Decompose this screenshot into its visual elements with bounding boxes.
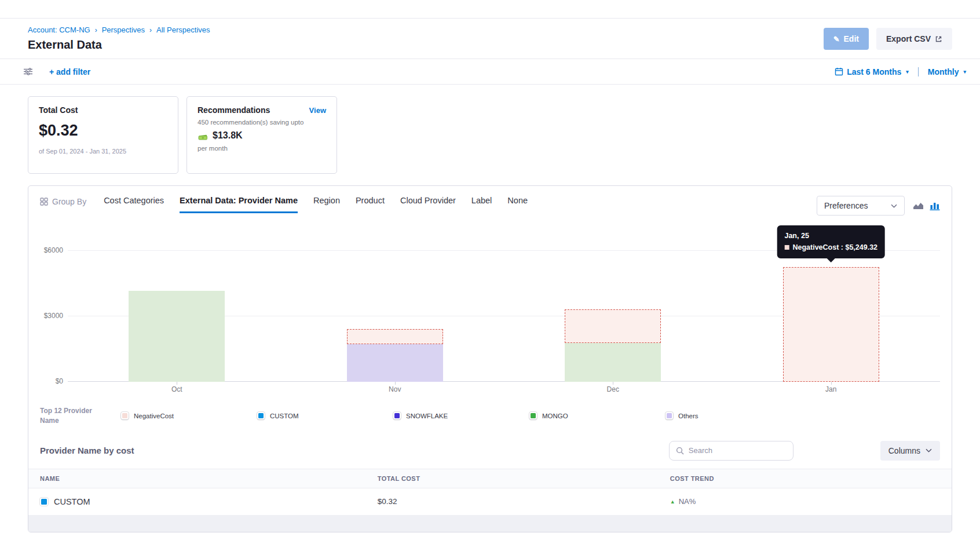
tooltip-marker (784, 245, 789, 250)
column-header-cost-trend[interactable]: COST TREND (670, 475, 940, 482)
chart-category-slot-oct (68, 231, 286, 382)
legend-item-label: NegativeCost (134, 412, 174, 419)
grid-icon (40, 198, 48, 206)
chevron-down-icon (926, 448, 932, 452)
trend-value: NA% (679, 497, 696, 506)
table-body: CUSTOM $0.32 ▲ NA% (28, 488, 952, 516)
bar-segment-negativecost[interactable] (783, 267, 879, 382)
legend-swatch (529, 412, 537, 419)
cost-trend-cell: ▲ NA% (670, 497, 940, 506)
bar-segment-others[interactable] (347, 344, 443, 382)
provider-color-swatch (40, 498, 48, 506)
legend-item-snowflake[interactable]: SNOWFLAKE (393, 412, 529, 419)
group-by-tab-label[interactable]: Label (471, 196, 492, 213)
breadcrumb-link-perspectives[interactable]: Perspectives (102, 25, 145, 34)
area-chart-icon[interactable] (913, 202, 924, 210)
legend-item-others[interactable]: Others (665, 412, 802, 419)
time-controls: Last 6 Months ▾ Monthly ▾ (835, 67, 966, 76)
chevron-down-icon: ▾ (906, 69, 909, 75)
view-recommendations-link[interactable]: View (309, 106, 326, 115)
tooltip-label: NegativeCost : $5,249.32 (792, 243, 877, 251)
top-divider (0, 0, 980, 19)
x-axis-tick-label: Nov (286, 385, 504, 393)
total-cost-period: of Sep 01, 2024 - Jan 31, 2025 (39, 148, 167, 155)
pencil-icon: ✎ (833, 35, 840, 43)
legend-swatch (257, 412, 265, 419)
legend-item-mongo[interactable]: MONGO (529, 412, 665, 419)
chart-legend: Top 12 Provider Name NegativeCost CUSTOM… (28, 397, 952, 434)
bar-segment-negativecost[interactable] (565, 309, 661, 343)
chevron-down-icon (891, 204, 897, 208)
column-header-name[interactable]: NAME (40, 475, 378, 482)
table-title: Provider Name by cost (40, 446, 134, 455)
group-by-tab-none[interactable]: None (507, 196, 528, 213)
preferences-dropdown[interactable]: Preferences (817, 196, 905, 216)
chart-controls: Preferences (817, 196, 940, 216)
provider-name: CUSTOM (54, 497, 90, 506)
chart-category-slot-nov (286, 231, 504, 382)
add-filter-button[interactable]: + add filter (49, 67, 90, 76)
recommendations-line2: per month (198, 145, 326, 152)
table-footer-strip (28, 516, 952, 532)
granularity-dropdown[interactable]: Monthly ▾ (928, 67, 966, 76)
y-axis-tick-label: $0 (38, 377, 63, 385)
breadcrumb-link-all-perspectives[interactable]: All Perspectives (156, 25, 210, 34)
group-by-tabs: Cost CategoriesExternal Data: Provider N… (104, 196, 528, 213)
tooltip-title: Jan, 25 (784, 231, 877, 242)
columns-button-label: Columns (888, 446, 920, 455)
legend-item-negativecost[interactable]: NegativeCost (121, 412, 257, 419)
breadcrumb-link-account-ccm-ng[interactable]: Account: CCM-NG (28, 25, 90, 34)
legend-item-label: MONGO (542, 412, 568, 419)
legend-item-label: SNOWFLAKE (406, 412, 448, 419)
group-by-tab-region[interactable]: Region (313, 196, 340, 213)
total-cost-label: Total Cost (39, 105, 167, 115)
page-header: Account: CCM-NG›Perspectives›All Perspec… (0, 19, 980, 59)
chart-category-slot-jan: Jan, 25 NegativeCost : $5,249.32 (722, 231, 941, 382)
stacked-bar (565, 309, 661, 382)
chart-category-slot-dec (504, 231, 722, 382)
y-axis-tick-label: $3000 (38, 312, 63, 320)
legend-item-custom[interactable]: CUSTOM (257, 412, 393, 419)
export-csv-button[interactable]: Export CSV (876, 28, 952, 50)
bar-segment-mongo[interactable] (129, 291, 225, 382)
bar-segment-negativecost[interactable] (347, 329, 443, 344)
header-left: Account: CCM-NG›Perspectives›All Perspec… (28, 25, 210, 52)
legend-items: NegativeCost CUSTOM SNOWFLAKE MONGO Othe… (105, 412, 940, 419)
tooltip-row: NegativeCost : $5,249.32 (784, 242, 877, 253)
provider-name-cell: CUSTOM (40, 497, 378, 506)
header-actions: ✎ Edit Export CSV (824, 28, 952, 50)
total-cost-card: Total Cost $0.32 of Sep 01, 2024 - Jan 3… (28, 96, 178, 174)
table-toolbar: Provider Name by cost Columns (28, 434, 952, 469)
table-row[interactable]: CUSTOM $0.32 ▲ NA% (28, 488, 952, 516)
columns-button[interactable]: Columns (880, 441, 940, 461)
group-by-tab-cloud-provider[interactable]: Cloud Provider (400, 196, 456, 213)
time-range-dropdown[interactable]: Last 6 Months ▾ (835, 67, 909, 76)
search-box[interactable] (669, 441, 793, 461)
legend-swatch (665, 412, 673, 419)
y-axis-tick-label: $6000 (38, 246, 63, 254)
provider-table: NAMETOTAL COSTCOST TREND CUSTOM $0.32 ▲ … (28, 469, 952, 532)
table-header-row: NAMETOTAL COSTCOST TREND (28, 469, 952, 488)
recommendations-label: Recommendations (198, 105, 270, 115)
chart-tooltip: Jan, 25 NegativeCost : $5,249.32 (777, 225, 885, 258)
filter-settings-icon[interactable] (23, 67, 33, 76)
stacked-bar (783, 267, 879, 382)
group-by-tab-cost-categories[interactable]: Cost Categories (104, 196, 164, 213)
group-by-tab-product[interactable]: Product (356, 196, 385, 213)
group-by-tab-external-data-provider-name[interactable]: External Data: Provider Name (180, 196, 298, 213)
search-icon (676, 447, 684, 455)
legend-swatch (121, 412, 129, 419)
chart-type-toggles (913, 202, 940, 210)
search-input[interactable] (689, 446, 787, 455)
recommendations-amount: $13.8K (213, 130, 243, 141)
edit-button[interactable]: ✎ Edit (824, 28, 869, 50)
legend-title: Top 12 Provider Name (40, 406, 105, 426)
column-header-total-cost[interactable]: TOTAL COST (378, 475, 670, 482)
cost-chart: $0 $3000 $6000 Jan, 25 NegativeCost : $5… (40, 231, 940, 397)
bar-segment-mongo[interactable] (565, 343, 661, 382)
bar-chart-icon[interactable] (930, 202, 940, 210)
breadcrumb-separator: › (95, 26, 97, 34)
recommendations-line1: 450 recommendation(s) saving upto (198, 119, 326, 126)
divider (918, 67, 919, 76)
x-axis-tick-label: Oct (68, 385, 286, 393)
